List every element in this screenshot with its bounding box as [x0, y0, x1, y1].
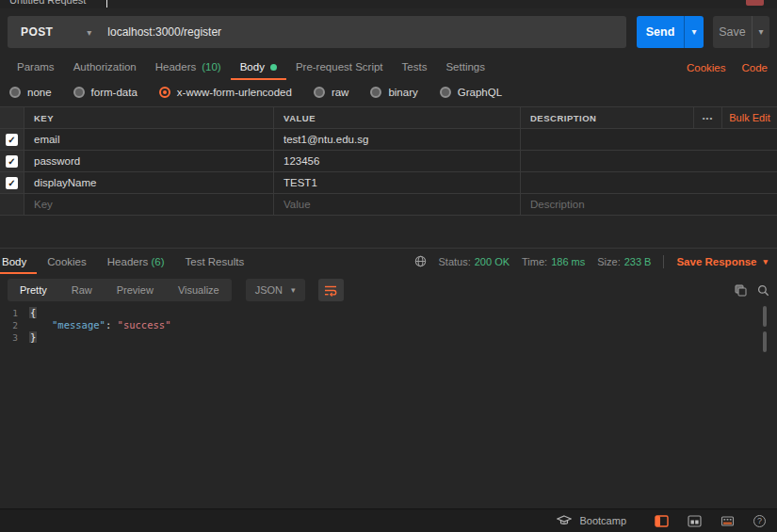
table-row: ✓ password 123456	[0, 151, 777, 172]
body-type-urlencoded[interactable]: x-www-form-urlencoded	[159, 87, 292, 98]
save-button[interactable]: Save ▾	[713, 16, 769, 48]
row-checkbox-checked[interactable]: ✓	[6, 177, 18, 189]
body-type-graphql[interactable]: GraphQL	[440, 87, 502, 98]
copy-icon[interactable]	[735, 284, 747, 297]
toggle-sidebar-icon[interactable]	[655, 515, 669, 527]
format-dropdown[interactable]: JSON ▾	[246, 279, 305, 301]
request-title[interactable]: Untitled Request	[9, 0, 86, 6]
param-key-cell[interactable]: email	[24, 129, 274, 150]
help-icon[interactable]: ?	[753, 515, 766, 527]
code-content: }	[29, 331, 37, 344]
chevron-down-icon: ▾	[763, 257, 768, 266]
bulk-edit-link[interactable]: Bulk Edit	[722, 107, 777, 128]
param-description-cell[interactable]	[521, 129, 777, 150]
search-icon[interactable]	[757, 284, 769, 297]
row-checkbox-cell	[0, 194, 24, 215]
body-type-urlencoded-label: x-www-form-urlencoded	[177, 87, 292, 98]
divider	[663, 255, 664, 268]
keyboard-shortcuts-icon[interactable]	[720, 515, 735, 527]
send-button[interactable]: Send ▾	[637, 16, 704, 48]
body-type-none-label: none	[27, 87, 52, 98]
body-type-graphql-label: GraphQL	[458, 87, 502, 98]
view-visualize-tab[interactable]: Visualize	[166, 279, 232, 301]
tab-settings[interactable]: Settings	[436, 56, 494, 80]
row-checkbox-checked[interactable]: ✓	[6, 134, 18, 146]
save-button-label: Save	[713, 16, 752, 48]
time-value: 186 ms	[551, 256, 585, 267]
param-key-cell[interactable]: password	[24, 151, 274, 171]
code-line: 2 "message": "success"	[0, 319, 170, 331]
view-pretty-tab[interactable]: Pretty	[8, 279, 59, 301]
response-tab-headers[interactable]: Headers (6)	[97, 249, 175, 274]
param-key-cell[interactable]: displayName	[24, 172, 274, 193]
tab-headers[interactable]: Headers (10)	[146, 56, 231, 80]
wrap-text-button[interactable]	[318, 279, 344, 301]
response-tab-body-label: Body	[2, 256, 26, 267]
chevron-down-icon[interactable]: ▾	[87, 27, 91, 38]
url-input[interactable]: localhost:3000/register	[107, 25, 221, 39]
tab-pre-request-label: Pre-request Script	[296, 61, 383, 73]
tab-settings-label: Settings	[445, 61, 485, 73]
response-tab-test-results[interactable]: Test Results	[175, 249, 255, 274]
response-body-json[interactable]: 1 { 2 "message": "success" 3 }	[0, 307, 170, 344]
body-type-raw[interactable]: raw	[314, 87, 349, 98]
toggle-two-pane-icon[interactable]	[688, 515, 702, 527]
param-description-cell[interactable]	[521, 172, 777, 193]
response-view-toolbar: Pretty Raw Preview Visualize JSON ▾	[8, 279, 769, 301]
param-value-cell[interactable]: TEST1	[274, 172, 521, 193]
param-value-placeholder[interactable]: Value	[274, 194, 521, 215]
body-type-none[interactable]: none	[9, 87, 52, 98]
status-label: Status:	[439, 256, 471, 267]
view-raw-tab[interactable]: Raw	[59, 279, 105, 301]
param-description-placeholder[interactable]: Description	[521, 194, 777, 215]
bootcamp-button[interactable]: Bootcamp	[557, 515, 626, 526]
save-response-label: Save Response	[676, 256, 756, 267]
response-tab-headers-label: Headers	[107, 256, 148, 267]
bootcamp-label: Bootcamp	[579, 515, 626, 526]
param-value-cell[interactable]: 123456	[274, 151, 521, 171]
method-select[interactable]: POST	[8, 25, 53, 39]
view-preview-tab[interactable]: Preview	[105, 279, 166, 301]
response-tab-body[interactable]: Body	[0, 249, 37, 274]
body-type-binary[interactable]: binary	[370, 87, 417, 98]
send-options-chevron-icon[interactable]: ▾	[684, 16, 704, 48]
close-brace-token: }	[29, 331, 37, 343]
tab-headers-label: Headers	[155, 61, 196, 73]
tab-body[interactable]: Body	[231, 56, 286, 80]
save-options-chevron-icon[interactable]: ▾	[752, 16, 769, 48]
more-options-icon[interactable]: •••	[694, 107, 722, 128]
scrollbar-thumb[interactable]	[763, 331, 767, 352]
code-content: "message": "success"	[29, 319, 170, 331]
table-row: ✓ displayName TEST1	[0, 172, 777, 194]
cookies-link[interactable]: Cookies	[687, 62, 726, 73]
column-header-key: KEY	[24, 107, 274, 128]
radio-selected-icon	[159, 87, 170, 98]
line-number: 2	[0, 319, 26, 331]
network-globe-icon[interactable]	[414, 255, 427, 267]
tab-authorization[interactable]: Authorization	[64, 56, 146, 80]
param-value-cell[interactable]: test1@ntu.edu.sg	[274, 129, 521, 150]
column-header-description: DESCRIPTION	[521, 107, 694, 128]
response-tabs: Body Cookies Headers (6) Test Results St…	[0, 248, 777, 274]
body-type-selector: none form-data x-www-form-urlencoded raw…	[9, 83, 502, 102]
view-mode-switch: Pretty Raw Preview Visualize	[8, 279, 232, 301]
time-label: Time:	[522, 256, 547, 267]
response-tab-cookies[interactable]: Cookies	[37, 249, 97, 274]
titlebar: Untitled Request	[0, 0, 777, 8]
tab-tests[interactable]: Tests	[393, 56, 437, 80]
scrollbar-thumb[interactable]	[763, 306, 767, 327]
param-key-placeholder[interactable]: Key	[24, 194, 274, 215]
tab-pre-request-script[interactable]: Pre-request Script	[286, 56, 393, 80]
tab-params[interactable]: Params	[8, 56, 64, 80]
json-key-token: "message"	[52, 319, 105, 330]
chevron-down-icon: ▾	[291, 285, 296, 295]
row-checkbox-cell: ✓	[0, 151, 24, 171]
body-type-form-data[interactable]: form-data	[73, 87, 138, 98]
tab-tests-label: Tests	[402, 61, 428, 73]
code-link[interactable]: Code	[742, 62, 769, 73]
save-response-button[interactable]: Save Response ▾	[676, 256, 768, 267]
json-separator-token: :	[105, 319, 118, 330]
row-checkbox-checked[interactable]: ✓	[6, 155, 18, 168]
param-description-cell[interactable]	[521, 151, 777, 171]
size-label: Size:	[597, 256, 620, 267]
